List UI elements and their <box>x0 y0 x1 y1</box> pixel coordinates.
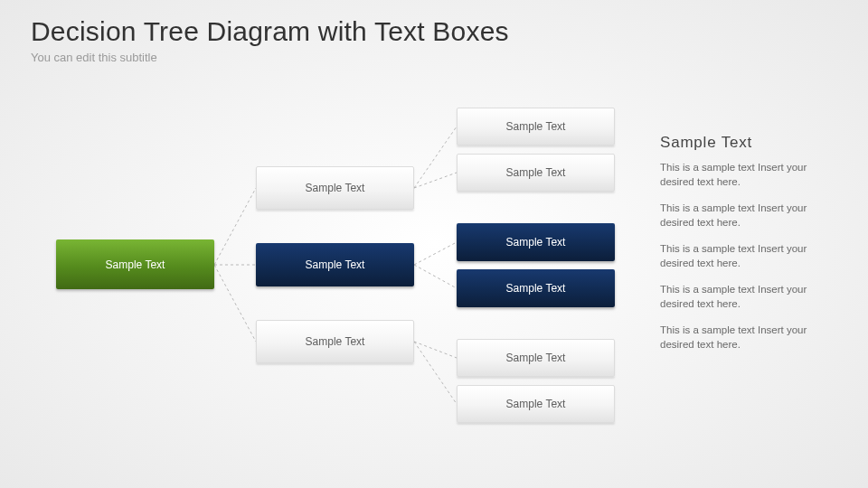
sidebar-paragraph: This is a sample text Insert your desire… <box>660 283 832 311</box>
svg-line-8 <box>414 342 457 404</box>
svg-line-7 <box>414 342 457 358</box>
page-subtitle: You can edit this subtitle <box>31 51 157 64</box>
tree-leaf-node[interactable]: Sample Text <box>457 339 615 377</box>
svg-line-2 <box>214 265 256 342</box>
sidebar-paragraph: This is a sample text Insert your desire… <box>660 161 832 189</box>
svg-line-5 <box>414 242 457 265</box>
tree-branch-node[interactable]: Sample Text <box>256 166 414 210</box>
tree-branch-label: Sample Text <box>306 335 365 348</box>
sidebar-paragraph: This is a sample text Insert your desire… <box>660 242 832 270</box>
svg-line-4 <box>414 173 457 188</box>
tree-root-node[interactable]: Sample Text <box>56 239 214 289</box>
sidebar-panel: Sample Text This is a sample text Insert… <box>660 134 832 364</box>
tree-branch-node[interactable]: Sample Text <box>256 243 414 286</box>
sidebar-paragraph: This is a sample text Insert your desire… <box>660 324 832 352</box>
sidebar-heading: Sample Text <box>660 134 832 152</box>
page-title: Decision Tree Diagram with Text Boxes <box>31 16 509 47</box>
svg-line-6 <box>414 265 457 288</box>
tree-leaf-label: Sample Text <box>506 282 566 295</box>
tree-leaf-label: Sample Text <box>506 120 566 133</box>
tree-leaf-node[interactable]: Sample Text <box>457 385 615 423</box>
tree-leaf-label: Sample Text <box>506 352 566 364</box>
tree-branch-label: Sample Text <box>306 258 365 271</box>
svg-line-3 <box>414 127 457 188</box>
tree-root-label: Sample Text <box>106 258 165 271</box>
tree-leaf-node[interactable]: Sample Text <box>457 154 615 192</box>
tree-branch-label: Sample Text <box>306 182 365 194</box>
sidebar-paragraph: This is a sample text Insert your desire… <box>660 202 832 230</box>
tree-branch-node[interactable]: Sample Text <box>256 320 414 363</box>
tree-leaf-label: Sample Text <box>506 166 566 179</box>
svg-line-0 <box>214 188 256 265</box>
tree-leaf-label: Sample Text <box>506 398 566 410</box>
tree-leaf-node[interactable]: Sample Text <box>457 269 615 307</box>
tree-leaf-node[interactable]: Sample Text <box>457 108 615 145</box>
tree-leaf-node[interactable]: Sample Text <box>457 223 615 261</box>
tree-leaf-label: Sample Text <box>506 236 566 249</box>
